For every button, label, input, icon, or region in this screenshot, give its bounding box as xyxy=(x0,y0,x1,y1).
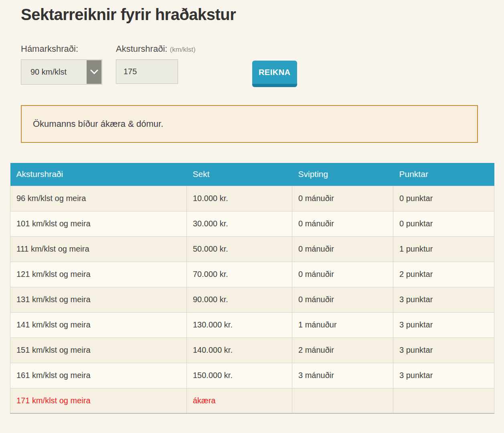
cell-speed: 131 km/klst og meira xyxy=(10,287,187,312)
cell-suspension: 0 mánuðir xyxy=(292,236,393,262)
cell-fine: 70.000 kr. xyxy=(187,262,292,287)
cell-suspension: 3 mánuðir xyxy=(292,363,393,388)
speed-limit-label: Hámarkshraði: xyxy=(21,44,102,54)
cell-points: 3 punktar xyxy=(393,312,494,337)
driving-speed-input[interactable] xyxy=(116,59,178,84)
table-row: 111 km/klst og meira 50.000 kr. 0 mánuði… xyxy=(10,236,494,262)
calculate-button[interactable]: REIKNA xyxy=(252,61,297,87)
cell-points: 3 punktar xyxy=(393,337,494,363)
calculator-form: Hámarkshraði: 90 km/klst Aksturshraði: (… xyxy=(21,44,504,87)
result-alert-message: Ökumanns bíður ákæra & dómur. xyxy=(33,119,163,129)
cell-points: 0 punktar xyxy=(393,211,494,236)
result-alert: Ökumanns bíður ákæra & dómur. xyxy=(21,105,478,143)
driving-speed-label: Aksturshraði: (km/klst) xyxy=(116,44,196,54)
cell-speed: 141 km/klst og meira xyxy=(10,312,187,337)
cell-fine: 10.000 kr. xyxy=(187,186,292,211)
table-row: 101 km/klst og meira 30.000 kr. 0 mánuði… xyxy=(10,211,494,236)
cell-points: 0 punktar xyxy=(393,186,494,211)
cell-fine: 50.000 kr. xyxy=(187,236,292,262)
cell-fine: 150.000 kr. xyxy=(187,363,292,388)
fines-table: Aksturshraði Sekt Svipting Punktar 96 km… xyxy=(10,163,494,414)
cell-suspension: 0 mánuðir xyxy=(292,287,393,312)
table-row: 171 km/klst og meira ákæra xyxy=(10,388,494,413)
col-header-fine: Sekt xyxy=(187,163,292,186)
cell-speed: 171 km/klst og meira xyxy=(10,388,187,413)
driving-speed-unit: (km/klst) xyxy=(170,46,196,53)
cell-speed: 151 km/klst og meira xyxy=(10,337,187,363)
cell-fine: 140.000 kr. xyxy=(187,337,292,363)
table-row: 151 km/klst og meira 140.000 kr. 2 mánuð… xyxy=(10,337,494,363)
chevron-down-icon[interactable] xyxy=(87,60,101,84)
table-header-row: Aksturshraði Sekt Svipting Punktar xyxy=(10,163,494,186)
cell-suspension: 0 mánuðir xyxy=(292,211,393,236)
cell-speed: 161 km/klst og meira xyxy=(10,363,187,388)
cell-speed: 96 km/klst og meira xyxy=(10,186,187,211)
page-title: Sektarreiknir fyrir hraðakstur xyxy=(21,6,504,24)
driving-speed-field: Aksturshraði: (km/klst) xyxy=(116,44,196,84)
cell-suspension: 1 mánuður xyxy=(292,312,393,337)
cell-fine: 130.000 kr. xyxy=(187,312,292,337)
col-header-points: Punktar xyxy=(393,163,494,186)
cell-suspension xyxy=(292,388,393,413)
cell-speed: 111 km/klst og meira xyxy=(10,236,187,262)
col-header-suspension: Svipting xyxy=(292,163,393,186)
speed-limit-field: Hámarkshraði: 90 km/klst xyxy=(21,44,102,85)
table-row: 161 km/klst og meira 150.000 kr. 3 mánuð… xyxy=(10,363,494,388)
driving-speed-label-text: Aksturshraði: xyxy=(116,44,167,54)
table-row: 141 km/klst og meira 130.000 kr. 1 mánuð… xyxy=(10,312,494,337)
cell-points: 2 punktar xyxy=(393,262,494,287)
cell-speed: 121 km/klst og meira xyxy=(10,262,187,287)
cell-points: 3 punktar xyxy=(393,287,494,312)
table-row: 121 km/klst og meira 70.000 kr. 0 mánuði… xyxy=(10,262,494,287)
cell-points xyxy=(393,388,494,413)
cell-suspension: 0 mánuðir xyxy=(292,262,393,287)
cell-suspension: 2 mánuðir xyxy=(292,337,393,363)
cell-speed: 101 km/klst og meira xyxy=(10,211,187,236)
table-row: 96 km/klst og meira 10.000 kr. 0 mánuðir… xyxy=(10,186,494,211)
speed-limit-select[interactable]: 90 km/klst xyxy=(21,59,102,85)
table-row: 131 km/klst og meira 90.000 kr. 0 mánuði… xyxy=(10,287,494,312)
col-header-speed: Aksturshraði xyxy=(10,163,187,186)
cell-points: 1 punktur xyxy=(393,236,494,262)
cell-fine: 30.000 kr. xyxy=(187,211,292,236)
cell-points: 3 punktar xyxy=(393,363,494,388)
cell-fine: ákæra xyxy=(187,388,292,413)
speed-limit-selected-value: 90 km/klst xyxy=(30,60,67,84)
cell-fine: 90.000 kr. xyxy=(187,287,292,312)
cell-suspension: 0 mánuðir xyxy=(292,186,393,211)
fines-table-body: 96 km/klst og meira 10.000 kr. 0 mánuðir… xyxy=(10,186,494,413)
